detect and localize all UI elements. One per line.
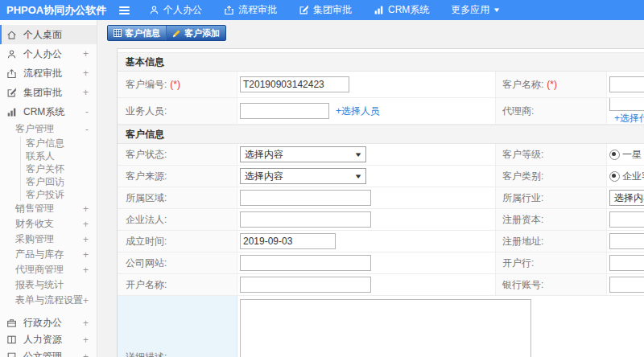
top-menu-crm-system[interactable]: CRM系统 [374,3,429,17]
customer-no-input[interactable] [240,76,349,92]
expand-icon[interactable]: + [83,48,89,60]
sidebar-item-personal-desktop[interactable]: 个人桌面 [0,25,97,44]
expand-icon[interactable]: + [83,334,89,346]
registered-address-input[interactable] [609,233,644,249]
sidebar-item-flow-approval[interactable]: 流程审批 + [0,64,97,83]
required-mark: (*) [170,79,180,90]
pencil-icon [172,29,181,38]
expand-icon[interactable]: + [83,234,89,245]
field-label-account-name: 开户名称: [118,274,237,295]
sidebar-group-label: 表单与流程设置 [15,293,83,307]
sidebar-group-agent-management[interactable]: 代理商管理 + [0,262,97,277]
hamburger-icon [119,6,130,8]
sidebar-bottom-section: 行政办公 + 人力资源 + 公文管理 + [0,314,97,357]
industry-select[interactable]: 选择内容 ▼ [609,190,644,206]
expand-icon[interactable]: + [83,219,89,230]
agent-input[interactable] [609,98,644,111]
expand-icon[interactable]: + [83,295,89,306]
expand-icon[interactable]: + [83,351,89,357]
edit-square-icon [6,88,17,98]
sidebar-group-finance[interactable]: 财务收支 + [0,216,97,232]
app-logo[interactable]: PHPOA协同办公软件 [0,3,100,18]
region-input[interactable] [240,190,371,206]
sidebar-subitem-customer-info[interactable]: 客户信息 [26,137,97,150]
description-textarea[interactable] [240,299,531,357]
sidebar-item-personal-office[interactable]: 个人办公 + [0,44,97,64]
sidebar-subitem-contacts[interactable]: 联系人 [26,150,97,162]
legal-person-input[interactable] [240,211,371,228]
top-menu-flow-approval[interactable]: 流程审批 [224,3,277,17]
expand-icon[interactable]: + [83,203,89,215]
form-row-description: 详细描述: [118,296,644,357]
customer-status-select[interactable]: 选择内容 ▼ [240,146,366,162]
expand-icon[interactable]: + [83,265,89,276]
grid-icon [114,29,122,37]
sidebar-group-sales-management[interactable]: 销售管理 + [0,201,97,216]
select-person-link[interactable]: +选择人员 [336,105,380,118]
sidebar-item-label: 个人办公 [23,47,62,61]
registered-capital-input[interactable] [609,211,644,228]
sidebar-item-human-resources[interactable]: 人力资源 + [0,331,97,348]
sidebar-item-label: 个人桌面 [23,28,62,42]
sidebar-item-label: 行政办公 [23,316,62,330]
home-icon [6,30,17,40]
field-label-description: 详细描述: [118,296,237,357]
select-agent-link[interactable]: +选择代理商 [614,112,644,124]
field-label-customer-source: 客户来源: [118,166,237,187]
customer-level-radio-selected[interactable] [609,150,620,160]
sidebar-group-customer-management[interactable]: 客户管理 - [0,121,97,137]
field-label-customer-no: 客户编号: (*) [118,72,237,97]
sidebar-item-official-documents[interactable]: 公文管理 + [0,348,97,357]
top-menu-label: 集团审批 [313,3,352,17]
sidebar-group-form-flow-settings[interactable]: 表单与流程设置 + [0,293,97,308]
expand-icon[interactable]: + [83,68,89,79]
top-menu-more-apps[interactable]: 更多应用 ▼ [451,3,500,17]
sales-person-input[interactable] [240,103,329,119]
sidebar-group-label: 采购管理 [15,232,54,246]
form-row: 公司网站: 开户行: [118,252,644,274]
form-row: 客户状态: 选择内容 ▼ 客户等级: 一星 [118,144,644,166]
customer-source-select[interactable]: 选择内容 ▼ [240,168,366,184]
collapse-icon[interactable]: - [85,106,89,117]
edit-square-icon [299,5,309,15]
sidebar-group-purchasing[interactable]: 采购管理 + [0,232,97,247]
top-menu-group-approval[interactable]: 集团审批 [299,3,352,17]
expand-icon[interactable]: + [83,318,89,329]
bank-input[interactable] [609,255,644,271]
top-menu-label: 流程审批 [238,3,277,17]
user-icon [6,49,17,60]
sidebar-item-admin-office[interactable]: 行政办公 + [0,314,97,331]
field-label-customer-type: 客户类别: [496,166,607,187]
customer-name-input[interactable] [609,76,644,92]
sidebar-group-reports-statistics[interactable]: 报表与统计 [0,277,97,293]
field-label-region: 所属区域: [118,187,237,208]
sidebar-subitem-customer-care[interactable]: 客户关怀 [26,162,97,175]
sidebar: 个人桌面 个人办公 + 流程审批 + 集团审批 + CRM系统 - 客户管理 -… [0,20,97,357]
form-row: 所属区域: 所属行业: 选择内容 ▼ [118,187,644,209]
menu-toggle-button[interactable] [116,3,133,18]
expand-icon[interactable]: + [83,249,89,261]
collapse-icon[interactable]: - [85,124,89,135]
field-label-agent: 代理商: [496,98,607,124]
top-menu-personal-office[interactable]: 个人办公 [149,3,202,17]
website-input[interactable] [240,255,371,271]
tab-label: 客户信息 [125,27,160,39]
sidebar-subitem-customer-followup[interactable]: 客户回访 [26,175,97,188]
field-label-sales-person: 业务人员: [118,98,237,124]
flow-approval-icon [224,5,234,15]
main-content: 客户信息 客户添加 基本信息 客户编号: (*) 客户名称: (*) [98,20,644,357]
customer-type-radio-selected[interactable] [609,171,620,182]
sidebar-group-label: 报表与统计 [15,278,64,292]
sidebar-item-crm-system[interactable]: CRM系统 - [0,102,97,121]
caret-down-icon: ▼ [493,7,501,14]
founded-date-input[interactable] [240,233,336,249]
sidebar-subitem-customer-complaints[interactable]: 客户投诉 [26,188,97,201]
tab-customer-add[interactable]: 客户添加 [166,26,225,40]
tab-customer-info[interactable]: 客户信息 [108,26,166,40]
sidebar-item-group-approval[interactable]: 集团审批 + [0,83,97,102]
form-row: 客户来源: 选择内容 ▼ 客户类别: 企业客户 [118,166,644,187]
sidebar-group-products-inventory[interactable]: 产品与库存 + [0,247,97,262]
bank-account-input[interactable] [609,277,644,293]
account-name-input[interactable] [240,277,371,293]
expand-icon[interactable]: + [83,87,89,98]
